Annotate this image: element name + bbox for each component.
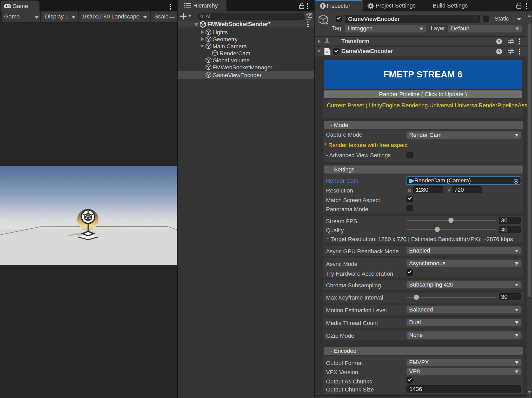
- svg-text:#: #: [326, 49, 329, 54]
- svg-text:?: ?: [498, 49, 501, 54]
- svg-text:?: ?: [498, 39, 501, 44]
